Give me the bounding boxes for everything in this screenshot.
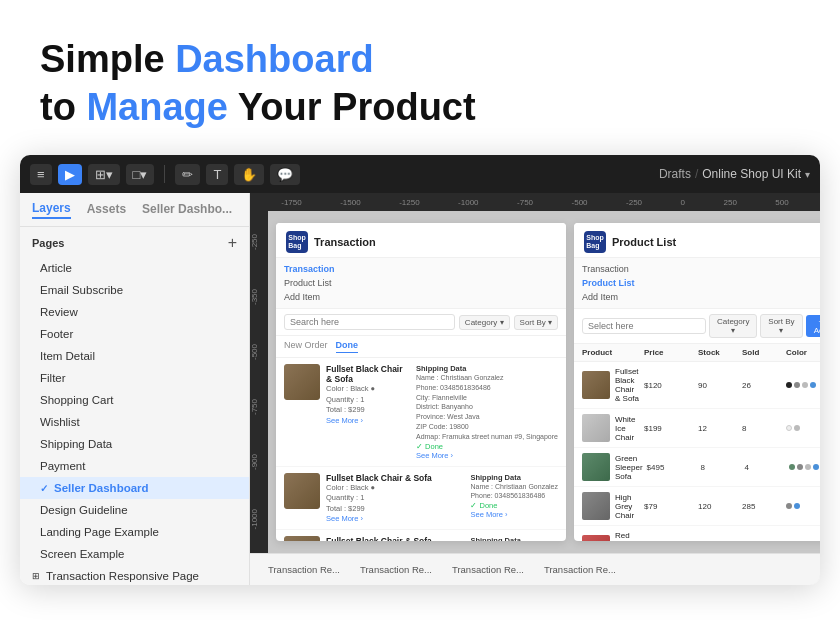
sidebar-item-review[interactable]: Review [20,301,249,323]
table-row: Fullset Black Chair & Sofa Color : Black… [276,530,566,541]
product-image [284,473,320,509]
product-cell: Red Sofa With Pillow [582,531,640,541]
canvas-area: -1750 -1500 -1250 -1000 -750 -500 -250 0… [250,193,820,585]
hero-section: Simple Dashboard to Manage Your Product [0,0,840,155]
nav-add-item-p[interactable]: Add Item [582,290,820,304]
sort-by[interactable]: Sort By ▾ [514,315,558,330]
color-dot [786,503,792,509]
editor-frame: ≡ ▶ ⊞▾ □▾ ✏ T ✋ 💬 Drafts / Online Shop U… [20,155,820,585]
hero-line1: Simple Dashboard [40,38,374,80]
color-dots [789,464,820,470]
sidebar-item-cart[interactable]: Shopping Cart [20,389,249,411]
canvas-scroll[interactable]: -250 -350 -500 -750 -900 -1000 ShopBag T… [250,211,820,553]
transaction-list: Fullset Black Chair & Sofa Color : Black… [276,358,566,541]
status-done: ✓ Done [470,501,558,510]
sidebar-item-transaction[interactable]: ⊞ Transaction Responsive Page [20,565,249,585]
add-product-button[interactable]: + Add [806,315,821,337]
product-panel-header: ShopBag Product List [574,223,820,258]
transaction-info: Fullset Black Chair & Sofa Color : Black… [326,473,464,524]
bottom-bar: Transaction Re... Transaction Re... Tran… [250,553,820,585]
sidebar-item-email[interactable]: Email Subscribe [20,279,249,301]
see-more-link[interactable]: See More › [326,514,464,523]
ruler-numbers: -1750 -1500 -1250 -1000 -750 -500 -250 0… [254,198,816,207]
shipping-info: Shipping Data Name : Christiaan Gonzalez… [470,536,558,541]
product-image [284,536,320,541]
color-dot [786,425,792,431]
sidebar-item-itemdetail[interactable]: Item Detail [20,345,249,367]
shipping-info: Shipping Data Name : Christiaan Gonzalez… [416,364,558,460]
transaction-panel: ShopBag Transaction Transaction Product … [276,223,566,541]
table-row: Fullset Black Chair & Sofa Color : Black… [276,358,566,467]
transaction-search[interactable] [284,314,455,330]
add-page-button[interactable]: + [228,235,237,251]
tab-assets[interactable]: Assets [87,202,126,218]
menu-button[interactable]: ≡ [30,164,52,185]
status-done: ✓ Done [416,442,558,451]
tab-new-order[interactable]: New Order [284,340,328,353]
sidebar-item-footer[interactable]: Footer [20,323,249,345]
sidebar-item-screen[interactable]: Screen Example [20,543,249,565]
breadcrumb-dropdown-icon[interactable]: ▾ [805,169,810,180]
product-sort[interactable]: Sort By ▾ [760,314,802,338]
text-tool[interactable]: T [206,164,228,185]
frame-tool[interactable]: ⊞▾ [88,164,120,185]
product-cell: Fullset Black Chair & Sofa [582,367,640,403]
see-more-ship[interactable]: See More › [416,451,558,460]
sidebar-item-design[interactable]: Design Guideline [20,499,249,521]
see-more-ship[interactable]: See More › [470,510,558,519]
color-dot [794,503,800,509]
nav-transaction-p[interactable]: Transaction [582,262,820,276]
product-cell: High Grey Chair [582,492,640,520]
tab-layers[interactable]: Layers [32,201,71,219]
sidebar-item-article[interactable]: Article [20,257,249,279]
pages-list: Article Email Subscribe Review Footer It… [20,255,249,585]
bottom-item-2[interactable]: Transaction Re... [354,562,438,577]
bottom-item-4[interactable]: Transaction Re... [538,562,622,577]
product-cell: White Ice Chair [582,414,640,442]
tab-done[interactable]: Done [336,340,359,353]
transaction-nav: Transaction Product List Add Item [276,258,566,309]
nav-product-list[interactable]: Product List [284,276,558,290]
bottom-item-1[interactable]: Transaction Re... [262,562,346,577]
comment-tool[interactable]: 💬 [270,164,300,185]
sidebar-item-filter[interactable]: Filter [20,367,249,389]
transaction-info: Fullset Black Chair & Sofa Color : Black… [326,536,464,541]
sidebar-item-payment[interactable]: Payment [20,455,249,477]
table-row: High Grey Chair $79 120 285 [574,487,820,526]
color-dot [805,464,811,470]
product-logo: ShopBag [584,231,606,253]
bottom-item-3[interactable]: Transaction Re... [446,562,530,577]
shape-tool[interactable]: □▾ [126,164,155,185]
category-filter[interactable]: Category ▾ [459,315,510,330]
pages-header: Pages + [20,227,249,255]
color-dots [786,382,820,388]
color-dot [797,464,803,470]
table-row: White Ice Chair $199 12 8 [574,409,820,448]
color-dot [802,382,808,388]
editor-toolbar: ≡ ▶ ⊞▾ □▾ ✏ T ✋ 💬 Drafts / Online Shop U… [20,155,820,193]
table-row: Fullset Black Chair & Sofa Color : Black… [276,467,566,531]
sidebar-item-seller-dashboard[interactable]: ✓ Seller Dashboard [20,477,249,499]
sidebar-item-landing[interactable]: Landing Page Example [20,521,249,543]
hand-tool[interactable]: ✋ [234,164,264,185]
product-toolbar: Category ▾ Sort By ▾ + Add [574,309,820,344]
nav-transaction[interactable]: Transaction [284,262,558,276]
see-more-link[interactable]: See More › [326,416,410,425]
select-tool[interactable]: ▶ [58,164,82,185]
product-search[interactable] [582,318,706,334]
product-category-filter[interactable]: Category ▾ [709,314,757,338]
nav-product-list-p[interactable]: Product List [582,276,820,290]
product-panel: ShopBag Product List Transaction Product… [574,223,820,541]
tab-seller[interactable]: Seller Dashbo... [142,202,232,218]
status-tabs: New Order Done [276,336,566,358]
pen-tool[interactable]: ✏ [175,164,200,185]
sidebar-item-wishlist[interactable]: Wishlist [20,411,249,433]
layers-sidebar: Layers Assets Seller Dashbo... Pages + A… [20,193,250,585]
nav-add-item[interactable]: Add Item [284,290,558,304]
hero-line2: to Manage Your Product [40,86,476,128]
color-dots [786,425,820,431]
color-dot [810,382,816,388]
table-row: Fullset Black Chair & Sofa $120 90 26 [574,362,820,409]
horizontal-ruler: -1750 -1500 -1250 -1000 -750 -500 -250 0… [250,193,820,211]
sidebar-item-shipping[interactable]: Shipping Data [20,433,249,455]
